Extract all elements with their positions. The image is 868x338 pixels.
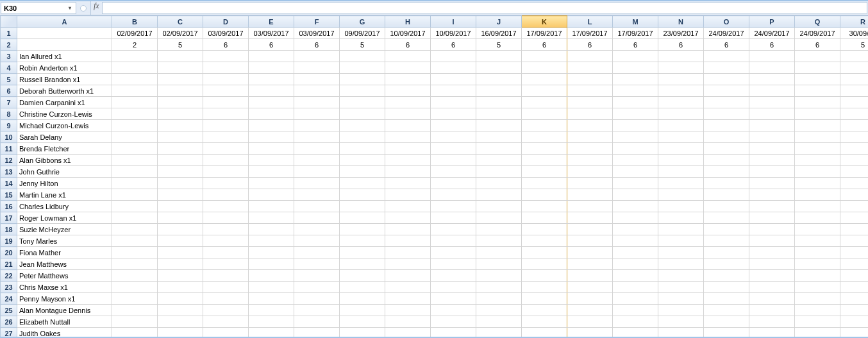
cell[interactable] (158, 270, 203, 282)
cell[interactable] (249, 258, 294, 270)
cell[interactable]: 03/09/2017 (294, 28, 340, 39)
cell[interactable]: Alan Montague Dennis (17, 305, 112, 316)
cell[interactable] (840, 316, 869, 328)
cell[interactable] (704, 224, 749, 235)
cell[interactable] (567, 62, 613, 74)
cell[interactable] (795, 212, 840, 224)
cell[interactable] (385, 85, 431, 97)
column-header[interactable]: N (658, 16, 704, 28)
cell[interactable] (340, 293, 385, 305)
cell[interactable]: 5 (340, 39, 385, 51)
cell[interactable] (840, 258, 869, 270)
cell[interactable] (203, 247, 249, 258)
cell[interactable] (749, 201, 795, 212)
cell[interactable] (203, 282, 249, 293)
cell[interactable] (522, 74, 567, 85)
cell[interactable] (840, 189, 869, 201)
cell[interactable] (294, 247, 340, 258)
cell[interactable] (795, 293, 840, 305)
cell[interactable] (795, 143, 840, 155)
cell[interactable] (840, 85, 869, 97)
cell[interactable] (294, 120, 340, 131)
cell[interactable] (567, 74, 613, 85)
cell[interactable] (476, 247, 522, 258)
cell[interactable] (340, 74, 385, 85)
cell[interactable] (613, 131, 658, 143)
select-all-corner[interactable] (1, 16, 17, 28)
cell[interactable] (340, 282, 385, 293)
cell[interactable] (522, 282, 567, 293)
cell[interactable] (112, 258, 158, 270)
cell[interactable]: 6 (749, 39, 795, 51)
cell[interactable] (158, 97, 203, 108)
cell[interactable] (158, 131, 203, 143)
chevron-down-icon[interactable]: ▾ (65, 4, 74, 13)
cell[interactable] (795, 120, 840, 131)
cell[interactable] (749, 235, 795, 247)
cell[interactable]: Peter Matthews (17, 270, 112, 282)
cell[interactable]: 24/09/2017 (704, 28, 749, 39)
column-header[interactable]: L (567, 16, 613, 28)
cell[interactable] (613, 258, 658, 270)
cell[interactable]: 02/09/2017 (158, 28, 203, 39)
cell[interactable] (294, 108, 340, 120)
cell[interactable]: 6 (249, 39, 294, 51)
cell[interactable] (249, 51, 294, 62)
cell[interactable] (795, 74, 840, 85)
row-header[interactable]: 4 (1, 62, 17, 74)
cell[interactable] (613, 189, 658, 201)
cell[interactable] (658, 143, 704, 155)
cell[interactable] (567, 270, 613, 282)
cell[interactable] (203, 258, 249, 270)
cell[interactable] (340, 143, 385, 155)
cell[interactable] (658, 282, 704, 293)
cell[interactable]: Fiona Mather (17, 247, 112, 258)
cell[interactable] (385, 51, 431, 62)
cell[interactable] (476, 143, 522, 155)
cell[interactable] (658, 316, 704, 328)
cell[interactable] (704, 235, 749, 247)
cell[interactable] (522, 258, 567, 270)
cell[interactable] (340, 235, 385, 247)
cell[interactable] (431, 155, 476, 166)
cell[interactable]: 03/09/2017 (203, 28, 249, 39)
cell[interactable] (340, 108, 385, 120)
column-header[interactable]: G (340, 16, 385, 28)
cell[interactable] (749, 155, 795, 166)
row-header[interactable]: 14 (1, 178, 17, 189)
cell[interactable] (613, 178, 658, 189)
cell[interactable] (203, 316, 249, 328)
cell[interactable] (340, 328, 385, 337)
cell[interactable]: Robin Anderton x1 (17, 62, 112, 74)
cell[interactable] (840, 282, 869, 293)
row-header[interactable]: 10 (1, 131, 17, 143)
cell[interactable]: 2 (112, 39, 158, 51)
cell[interactable] (567, 247, 613, 258)
cell[interactable] (795, 201, 840, 212)
cell[interactable] (476, 328, 522, 337)
row-header[interactable]: 25 (1, 305, 17, 316)
grid-area[interactable]: A B C D E F G H I J K L M N O (0, 15, 868, 337)
cell[interactable] (203, 189, 249, 201)
cell[interactable] (431, 235, 476, 247)
cell[interactable] (704, 85, 749, 97)
cell[interactable] (522, 155, 567, 166)
cell[interactable] (476, 270, 522, 282)
cell[interactable] (203, 51, 249, 62)
cell[interactable] (613, 108, 658, 120)
cell[interactable] (476, 189, 522, 201)
cell[interactable] (749, 328, 795, 337)
cell[interactable] (704, 316, 749, 328)
cell[interactable] (340, 155, 385, 166)
cell[interactable] (431, 166, 476, 178)
cell[interactable] (385, 305, 431, 316)
cell[interactable] (522, 224, 567, 235)
cell[interactable] (249, 131, 294, 143)
cell[interactable] (840, 108, 869, 120)
cell[interactable] (795, 328, 840, 337)
cell[interactable] (385, 189, 431, 201)
cell[interactable]: 16/09/2017 (476, 28, 522, 39)
fx-icon[interactable]: fx (91, 1, 102, 15)
cell[interactable] (112, 270, 158, 282)
cell[interactable] (385, 224, 431, 235)
